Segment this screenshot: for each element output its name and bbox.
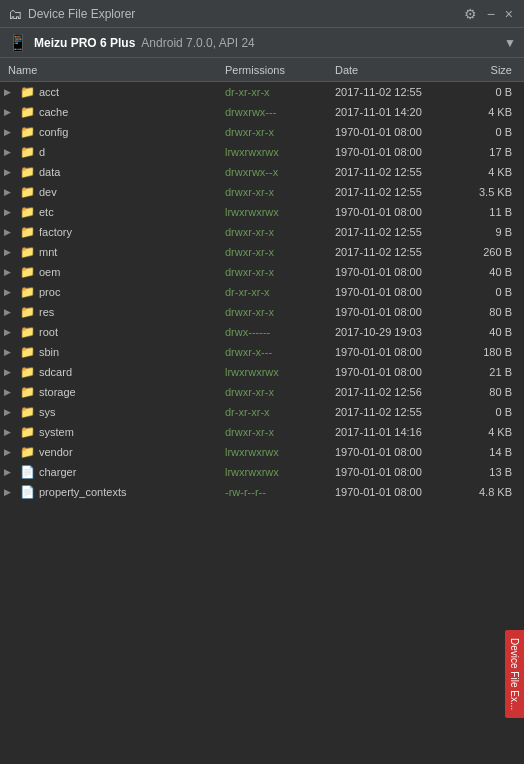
file-size: 13 B: [465, 466, 520, 478]
col-header-name: Name: [4, 64, 225, 76]
file-name: data: [39, 166, 60, 178]
file-permissions: drwxr-xr-x: [225, 426, 335, 438]
expand-arrow-icon[interactable]: ▶: [4, 427, 16, 437]
table-row[interactable]: ▶ 📁 sdcard lrwxrwxrwx 1970-01-01 08:00 2…: [0, 362, 524, 382]
file-permissions: drwxr-xr-x: [225, 186, 335, 198]
table-row[interactable]: ▶ 📁 vendor lrwxrwxrwx 1970-01-01 08:00 1…: [0, 442, 524, 462]
expand-arrow-icon[interactable]: ▶: [4, 167, 16, 177]
file-name: vendor: [39, 446, 73, 458]
expand-arrow-icon[interactable]: ▶: [4, 367, 16, 377]
table-row[interactable]: ▶ 📁 oem drwxr-xr-x 1970-01-01 08:00 40 B: [0, 262, 524, 282]
app-icon: 🗂: [8, 6, 22, 22]
table-row[interactable]: ▶ 📁 res drwxr-xr-x 1970-01-01 08:00 80 B: [0, 302, 524, 322]
expand-arrow-icon[interactable]: ▶: [4, 227, 16, 237]
expand-arrow-icon[interactable]: ▶: [4, 127, 16, 137]
file-permissions: dr-xr-xr-x: [225, 86, 335, 98]
folder-icon: 📁: [20, 305, 35, 319]
file-size: 260 B: [465, 246, 520, 258]
file-permissions: drwxr-xr-x: [225, 226, 335, 238]
file-permissions: drwxrwx---: [225, 106, 335, 118]
expand-arrow-icon[interactable]: ▶: [4, 107, 16, 117]
expand-arrow-icon[interactable]: ▶: [4, 207, 16, 217]
file-name: system: [39, 426, 74, 438]
file-date: 1970-01-01 08:00: [335, 486, 465, 498]
file-permissions: drwxrwx--x: [225, 166, 335, 178]
file-name: mnt: [39, 246, 57, 258]
file-size: 0 B: [465, 406, 520, 418]
file-name: acct: [39, 86, 59, 98]
expand-arrow-icon[interactable]: ▶: [4, 447, 16, 457]
table-row[interactable]: ▶ 📁 mnt drwxr-xr-x 2017-11-02 12:55 260 …: [0, 242, 524, 262]
expand-arrow-icon[interactable]: ▶: [4, 347, 16, 357]
table-row[interactable]: ▶ 📄 charger lrwxrwxrwx 1970-01-01 08:00 …: [0, 462, 524, 482]
folder-icon: 📁: [20, 225, 35, 239]
expand-arrow-icon[interactable]: ▶: [4, 187, 16, 197]
file-date: 1970-01-01 08:00: [335, 266, 465, 278]
folder-icon: 📁: [20, 165, 35, 179]
table-row[interactable]: ▶ 📁 system drwxr-xr-x 2017-11-01 14:16 4…: [0, 422, 524, 442]
folder-icon: 📁: [20, 125, 35, 139]
table-row[interactable]: ▶ 📁 proc dr-xr-xr-x 1970-01-01 08:00 0 B: [0, 282, 524, 302]
file-name: sdcard: [39, 366, 72, 378]
file-icon: 📄: [20, 485, 35, 499]
file-name: cache: [39, 106, 68, 118]
expand-arrow-icon[interactable]: ▶: [4, 87, 16, 97]
settings-icon[interactable]: ⚙: [461, 6, 480, 22]
expand-arrow-icon[interactable]: ▶: [4, 147, 16, 157]
file-permissions: drwx------: [225, 326, 335, 338]
table-row[interactable]: ▶ 📁 data drwxrwx--x 2017-11-02 12:55 4 K…: [0, 162, 524, 182]
file-name: charger: [39, 466, 76, 478]
table-row[interactable]: ▶ 📄 property_contexts -rw-r--r-- 1970-01…: [0, 482, 524, 502]
expand-arrow-icon[interactable]: ▶: [4, 307, 16, 317]
file-name: sys: [39, 406, 56, 418]
table-row[interactable]: ▶ 📁 cache drwxrwx--- 2017-11-01 14:20 4 …: [0, 102, 524, 122]
table-row[interactable]: ▶ 📁 acct dr-xr-xr-x 2017-11-02 12:55 0 B: [0, 82, 524, 102]
file-name: factory: [39, 226, 72, 238]
file-date: 2017-11-02 12:55: [335, 406, 465, 418]
file-size: 40 B: [465, 266, 520, 278]
file-name: dev: [39, 186, 57, 198]
device-dropdown-icon[interactable]: ▼: [504, 36, 516, 50]
expand-arrow-icon[interactable]: ▶: [4, 287, 16, 297]
side-tab[interactable]: Device File Ex...: [505, 630, 524, 718]
file-name: res: [39, 306, 54, 318]
file-name: d: [39, 146, 45, 158]
folder-icon: 📁: [20, 405, 35, 419]
expand-arrow-icon: ▶: [4, 487, 16, 497]
table-row[interactable]: ▶ 📁 etc lrwxrwxrwx 1970-01-01 08:00 11 B: [0, 202, 524, 222]
expand-arrow-icon[interactable]: ▶: [4, 327, 16, 337]
file-permissions: lrwxrwxrwx: [225, 446, 335, 458]
file-size: 4 KB: [465, 426, 520, 438]
file-size: 4 KB: [465, 106, 520, 118]
minimize-icon[interactable]: −: [484, 6, 498, 22]
file-date: 2017-11-02 12:55: [335, 226, 465, 238]
folder-icon: 📁: [20, 185, 35, 199]
table-row[interactable]: ▶ 📁 factory drwxr-xr-x 2017-11-02 12:55 …: [0, 222, 524, 242]
folder-icon: 📁: [20, 245, 35, 259]
table-row[interactable]: ▶ 📁 d lrwxrwxrwx 1970-01-01 08:00 17 B: [0, 142, 524, 162]
folder-icon: 📁: [20, 445, 35, 459]
device-bar[interactable]: 📱 Meizu PRO 6 Plus Android 7.0.0, API 24…: [0, 28, 524, 58]
table-row[interactable]: ▶ 📁 dev drwxr-xr-x 2017-11-02 12:55 3.5 …: [0, 182, 524, 202]
table-row[interactable]: ▶ 📁 config drwxr-xr-x 1970-01-01 08:00 0…: [0, 122, 524, 142]
device-api: Android 7.0.0, API 24: [141, 36, 254, 50]
file-permissions: drwxr-x---: [225, 346, 335, 358]
file-size: 0 B: [465, 126, 520, 138]
col-header-size: Size: [465, 64, 520, 76]
table-row[interactable]: ▶ 📁 sbin drwxr-x--- 1970-01-01 08:00 180…: [0, 342, 524, 362]
expand-arrow-icon[interactable]: ▶: [4, 387, 16, 397]
expand-arrow-icon[interactable]: ▶: [4, 267, 16, 277]
close-icon[interactable]: ×: [502, 6, 516, 22]
folder-icon: 📁: [20, 265, 35, 279]
expand-arrow-icon[interactable]: ▶: [4, 407, 16, 417]
table-row[interactable]: ▶ 📁 storage drwxr-xr-x 2017-11-02 12:56 …: [0, 382, 524, 402]
file-date: 1970-01-01 08:00: [335, 306, 465, 318]
table-row[interactable]: ▶ 📁 sys dr-xr-xr-x 2017-11-02 12:55 0 B: [0, 402, 524, 422]
file-name: property_contexts: [39, 486, 126, 498]
folder-icon: 📁: [20, 105, 35, 119]
table-row[interactable]: ▶ 📁 root drwx------ 2017-10-29 19:03 40 …: [0, 322, 524, 342]
file-date: 1970-01-01 08:00: [335, 366, 465, 378]
expand-arrow-icon[interactable]: ▶: [4, 247, 16, 257]
file-icon: 📄: [20, 465, 35, 479]
file-size: 3.5 KB: [465, 186, 520, 198]
